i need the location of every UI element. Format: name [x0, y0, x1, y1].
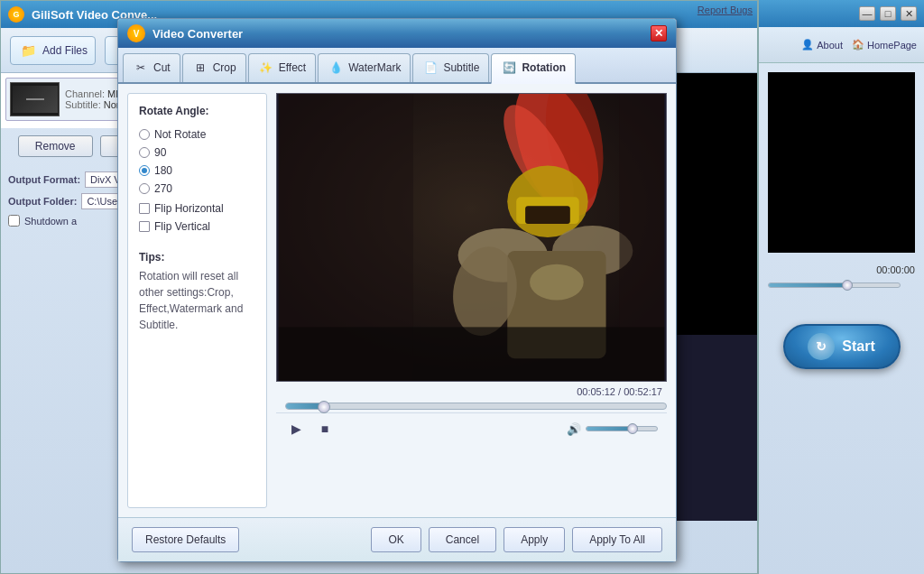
report-bugs-link[interactable]: Report Bugs [698, 5, 753, 15]
footer-left: Restore Defaults [132, 527, 364, 552]
apply-button[interactable]: Apply [504, 527, 565, 552]
tab-subtitle[interactable]: 📄 Subtitle [412, 53, 489, 82]
svg-rect-7 [525, 206, 570, 224]
about-icon: 👤 [801, 39, 814, 51]
home-icon: 🏠 [852, 39, 864, 51]
maximize-button[interactable]: □ [880, 6, 896, 21]
play-button[interactable]: ▶ [285, 418, 307, 440]
subtitle-tab-icon: 📄 [422, 60, 439, 76]
svg-point-11 [530, 264, 584, 301]
info-volume [759, 278, 924, 292]
info-preview [768, 72, 915, 253]
shutdown-checkbox[interactable] [8, 215, 20, 227]
volume-thumb [627, 423, 638, 434]
radio-not-rotate-circle [139, 129, 150, 140]
radio-90-circle [139, 147, 150, 158]
modal-tabs: ✂ Cut ⊞ Crop ✨ Effect 💧 WaterMark 📄 Subt… [118, 48, 676, 84]
tips-section: Tips: Rotation will reset all other sett… [139, 251, 255, 333]
progress-bar[interactable] [285, 403, 667, 410]
homepage-link[interactable]: 🏠 HomePage [852, 39, 917, 51]
crop-tab-icon: ⊞ [192, 60, 208, 76]
tab-crop[interactable]: ⊞ Crop [182, 53, 246, 82]
radio-180[interactable]: 180 [139, 164, 255, 177]
volume-track[interactable] [586, 426, 658, 431]
apply-to-all-button[interactable]: Apply To All [572, 527, 662, 552]
radio-180-dot [142, 168, 147, 173]
start-button-container: ↻ Start [759, 310, 924, 383]
file-thumbnail [10, 82, 60, 116]
rotation-settings-panel: Rotate Angle: Not Rotate 90 180 27 [127, 93, 267, 508]
radio-90[interactable]: 90 [139, 146, 255, 159]
tab-effect[interactable]: ✨ Effect [248, 53, 316, 82]
info-titlebar: — □ ✕ [759, 0, 924, 27]
info-toolbar: 👤 About 🏠 HomePage [759, 27, 924, 63]
radio-not-rotate[interactable]: Not Rotate [139, 128, 255, 141]
about-link[interactable]: 👤 About [801, 39, 843, 51]
tab-watermark[interactable]: 💧 WaterMark [318, 53, 411, 82]
effect-tab-icon: ✨ [258, 60, 274, 76]
watermark-tab-icon: 💧 [328, 60, 344, 76]
tab-rotation[interactable]: 🔄 Rotation [491, 53, 576, 84]
player-controls: ▶ ■ 🔊 [276, 412, 667, 444]
svg-rect-15 [279, 327, 664, 381]
info-volume-track[interactable] [768, 282, 901, 288]
cut-tab-icon: ✂ [133, 60, 149, 76]
modal-titlebar: V Video Converter ✕ [118, 19, 676, 48]
modal-footer: Restore Defaults OK Cancel Apply Apply T… [118, 517, 676, 561]
flip-vertical-checkbox[interactable]: Flip Vertical [139, 220, 255, 233]
close-button[interactable]: ✕ [901, 6, 917, 21]
start-button[interactable]: ↻ Start [783, 324, 901, 369]
progress-slider-wrap [276, 400, 667, 412]
radio-180-circle [139, 165, 150, 176]
modal-close-button[interactable]: ✕ [651, 25, 667, 42]
restore-defaults-button[interactable]: Restore Defaults [132, 527, 239, 552]
rotation-tab-icon: 🔄 [501, 60, 517, 76]
stop-button[interactable]: ■ [314, 418, 336, 440]
ok-button[interactable]: OK [371, 527, 420, 552]
time-display: 00:05:12 / 00:52:17 [281, 386, 662, 397]
remove-button[interactable]: Remove [18, 135, 93, 157]
start-icon: ↻ [808, 333, 835, 360]
modal-body: Rotate Angle: Not Rotate 90 180 27 [118, 84, 676, 517]
add-files-icon: 📁 [18, 41, 38, 60]
info-time-display: 00:00:00 [759, 262, 924, 278]
flip-horizontal-checkbox[interactable]: Flip Horizontal [139, 202, 255, 215]
app-icon: G [8, 6, 24, 23]
flip-v-box [139, 221, 150, 232]
modal-title: Video Converter [152, 27, 243, 41]
video-scene-svg [277, 94, 666, 381]
radio-270-circle [139, 183, 150, 194]
volume-control: 🔊 [567, 422, 658, 436]
video-preview [276, 93, 667, 382]
flip-h-box [139, 203, 150, 214]
tab-cut[interactable]: ✂ Cut [123, 53, 180, 82]
volume-icon: 🔊 [567, 422, 581, 436]
preview-panel: 00:05:12 / 00:52:17 ▶ ■ 🔊 [276, 93, 667, 508]
modal-app-icon: V [127, 24, 145, 42]
radio-270[interactable]: 270 [139, 182, 255, 195]
rotate-angle-title: Rotate Angle: [139, 105, 255, 117]
checkboxes-group: Flip Horizontal Flip Vertical [139, 202, 255, 233]
minimize-button[interactable]: — [859, 6, 875, 21]
cancel-button[interactable]: Cancel [429, 527, 496, 552]
progress-thumb [318, 401, 330, 413]
add-files-button[interactable]: 📁 Add Files [10, 36, 96, 65]
tips-text: Rotation will reset all other settings:C… [139, 268, 255, 333]
info-panel: — □ ✕ 👤 About 🏠 HomePage 00:00:00 ↻ Star… [758, 0, 924, 574]
volume-fill [587, 427, 633, 430]
time-progress-bar: 00:05:12 / 00:52:17 [276, 382, 667, 400]
video-converter-dialog: V Video Converter ✕ ✂ Cut ⊞ Crop ✨ Effec… [117, 18, 677, 562]
tips-title: Tips: [139, 251, 255, 264]
